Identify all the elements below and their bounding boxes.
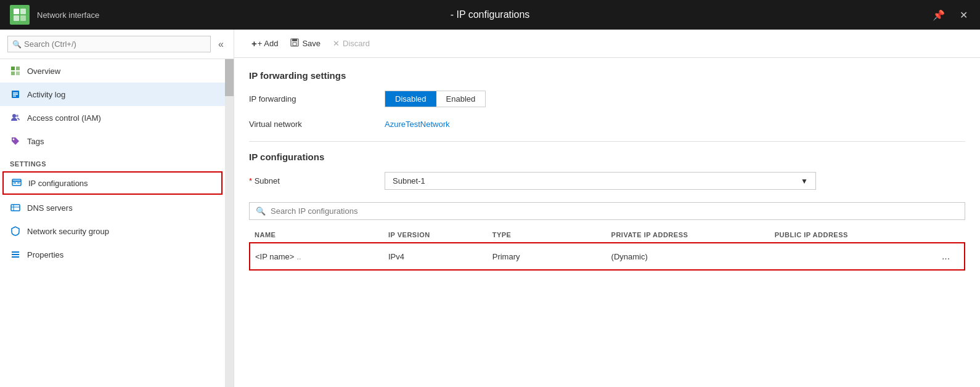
subnet-value: Subnet-1: [393, 176, 425, 185]
sidebar-item-access-control[interactable]: Access control (IAM): [0, 106, 225, 129]
svg-rect-18: [17, 182, 20, 184]
discard-button[interactable]: ✕ Discard: [328, 36, 375, 51]
ip-row-name: <IP name> ..: [255, 252, 378, 261]
ip-config-section-title: IP configurations: [249, 152, 965, 162]
sidebar-item-properties-label: Properties: [27, 250, 63, 259]
svg-point-12: [12, 114, 16, 118]
save-icon: [290, 38, 299, 49]
sidebar-item-dns-label: DNS servers: [27, 203, 73, 213]
content-body: IP forwarding settings IP forwarding Dis…: [234, 58, 980, 387]
sidebar-item-nsg[interactable]: Network security group: [0, 219, 225, 243]
svg-rect-7: [16, 71, 20, 75]
dns-icon: [10, 202, 21, 213]
main-container: 🔍 « Overview Activity l: [0, 30, 980, 387]
enabled-toggle[interactable]: Enabled: [436, 91, 486, 107]
nav-list: Overview Activity log Access control (IA…: [0, 59, 225, 387]
sidebar-item-properties[interactable]: Properties: [0, 243, 225, 266]
ip-forwarding-row: IP forwarding Disabled Enabled: [249, 91, 965, 107]
svg-rect-11: [13, 96, 16, 97]
save-button[interactable]: Save: [285, 36, 325, 51]
virtual-network-link[interactable]: AzureTestNetwork: [385, 120, 449, 129]
close-button[interactable]: ✕: [957, 7, 970, 23]
search-icon: 🔍: [12, 40, 22, 49]
sidebar-item-tags[interactable]: Tags: [0, 129, 225, 153]
row-ellipsis-button[interactable]: ...: [938, 250, 953, 263]
add-button[interactable]: + + Add: [247, 36, 283, 51]
table-header: NAME IP VERSION TYPE PRIVATE IP ADDRESS …: [250, 227, 965, 243]
ip-config-search-input[interactable]: [271, 206, 958, 216]
sidebar-item-nsg-label: Network security group: [27, 227, 109, 236]
search-icon: 🔍: [256, 206, 266, 216]
ip-forwarding-toggle: Disabled Enabled: [385, 91, 486, 107]
activity-icon: [10, 89, 21, 100]
sidebar-item-activity-label: Activity log: [27, 90, 65, 99]
sidebar-item-tags-label: Tags: [27, 137, 44, 146]
svg-rect-26: [292, 39, 297, 41]
col-header-version: IP VERSION: [383, 227, 488, 243]
sidebar-item-ip-label: IP configurations: [28, 179, 88, 188]
svg-rect-9: [13, 92, 18, 94]
add-icon: +: [251, 38, 257, 49]
svg-rect-5: [16, 67, 20, 70]
row-type-cell: Primary: [488, 243, 606, 270]
svg-point-14: [13, 139, 15, 141]
svg-rect-0: [14, 9, 19, 14]
access-icon: [10, 112, 21, 123]
row-version-cell: IPv4: [383, 243, 488, 270]
sidebar-collapse-button[interactable]: «: [216, 36, 226, 52]
app-logo: [10, 5, 30, 25]
overview-icon: [10, 65, 21, 76]
sidebar-item-access-label: Access control (IAM): [27, 113, 101, 123]
col-header-private: PRIVATE IP ADDRESS: [606, 227, 770, 243]
subnet-row: Subnet Subnet-1 ▼: [249, 172, 965, 190]
sidebar-search-input[interactable]: [7, 36, 211, 52]
row-actions-cell: ...: [933, 243, 965, 270]
sidebar-item-activity-log[interactable]: Activity log: [0, 83, 225, 106]
subnet-label: Subnet: [249, 176, 385, 185]
svg-rect-6: [11, 71, 15, 75]
subnet-dropdown[interactable]: Subnet-1 ▼: [385, 172, 816, 190]
disabled-toggle[interactable]: Disabled: [385, 91, 436, 107]
app-name: Network interface: [37, 10, 99, 20]
sidebar-item-overview[interactable]: Overview: [0, 59, 225, 83]
discard-label: Discard: [343, 39, 370, 48]
ip-forwarding-label: IP forwarding: [249, 94, 385, 104]
title-bar-left: Network interface: [10, 5, 99, 25]
sidebar-scrollbar[interactable]: [225, 59, 234, 387]
ip-config-icon: [11, 177, 22, 189]
col-header-type: TYPE: [488, 227, 606, 243]
svg-rect-4: [11, 67, 15, 70]
svg-rect-10: [13, 94, 18, 96]
ip-dots: ..: [296, 252, 301, 261]
tags-icon: [10, 136, 21, 147]
settings-section-header: SETTINGS: [0, 153, 225, 170]
svg-rect-17: [14, 182, 16, 184]
pin-button[interactable]: 📌: [930, 7, 947, 23]
col-header-name: NAME: [250, 227, 383, 243]
row-private-cell: (Dynamic): [606, 243, 770, 270]
sidebar-search-bar: 🔍 «: [0, 30, 234, 59]
nsg-icon: [10, 226, 21, 237]
discard-icon: ✕: [333, 39, 340, 48]
sidebar-content: Overview Activity log Access control (IA…: [0, 59, 234, 387]
sidebar-scrollbar-thumb[interactable]: [225, 59, 234, 96]
ip-name-text: <IP name>: [255, 252, 294, 261]
table-row[interactable]: <IP name> .. IPv4 Primary (Dynamic) ...: [250, 243, 965, 270]
sidebar-item-ip-configurations[interactable]: IP configurations: [2, 171, 223, 195]
sidebar-item-dns-servers[interactable]: DNS servers: [0, 196, 225, 219]
col-header-public: PUBLIC IP ADDRESS: [770, 227, 933, 243]
title-bar-actions: 📌 ✕: [930, 7, 970, 23]
svg-rect-2: [14, 15, 19, 21]
row-public-cell: [770, 243, 933, 270]
sidebar: 🔍 « Overview Activity l: [0, 30, 234, 387]
virtual-network-row: Virtual network AzureTestNetwork: [249, 120, 965, 129]
title-bar: Network interface - IP configurations 📌 …: [0, 0, 980, 30]
row-name-cell: <IP name> ..: [250, 243, 383, 270]
svg-rect-3: [20, 15, 26, 21]
search-wrap: 🔍: [7, 36, 211, 52]
toolbar: + + Add Save ✕ Discard: [234, 30, 980, 58]
svg-rect-1: [20, 9, 26, 14]
virtual-network-label: Virtual network: [249, 120, 385, 129]
window-title: - IP configurations: [451, 9, 530, 20]
props-icon: [10, 249, 21, 260]
